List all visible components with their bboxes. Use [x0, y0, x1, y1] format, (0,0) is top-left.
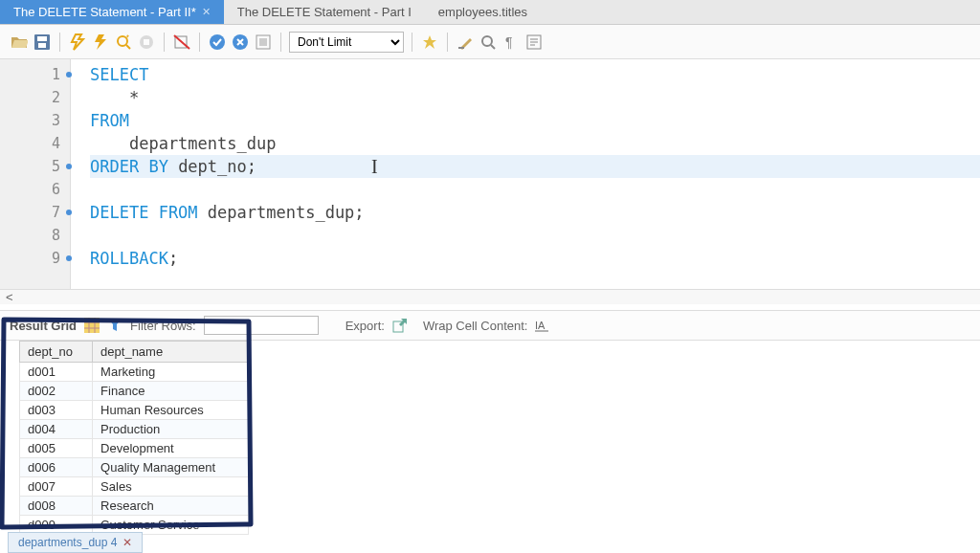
- column-header[interactable]: dept_name: [93, 342, 249, 363]
- save-icon[interactable]: [33, 33, 52, 52]
- table-row[interactable]: d001Marketing: [20, 363, 249, 382]
- result-tab[interactable]: departments_dup 4 ✕: [8, 532, 143, 553]
- execute-icon[interactable]: [68, 33, 87, 52]
- code-line[interactable]: ROLLBACK;: [90, 247, 980, 270]
- result-grid[interactable]: dept_nodept_name d001Marketingd002Financ…: [19, 341, 249, 535]
- code-line[interactable]: ORDER BY dept_no;I: [90, 155, 980, 178]
- table-cell[interactable]: Marketing: [93, 363, 249, 382]
- result-grid-container: dept_nodept_name d001Marketingd002Financ…: [0, 341, 268, 535]
- svg-point-12: [482, 36, 492, 46]
- invisible-chars-icon[interactable]: ¶: [501, 33, 521, 52]
- line-number: 9: [0, 247, 70, 270]
- table-cell[interactable]: Human Resources: [93, 401, 249, 420]
- autocommit-icon[interactable]: [254, 33, 273, 52]
- separator: [59, 33, 60, 52]
- tab-label: The DELETE Statement - Part I: [237, 5, 412, 19]
- rollback-icon[interactable]: [231, 33, 250, 52]
- code-area[interactable]: SELECT *FROM departments_dupORDER BY dep…: [71, 59, 980, 289]
- separator: [199, 33, 200, 52]
- filter-icon[interactable]: [107, 318, 122, 333]
- stop-icon[interactable]: [137, 33, 156, 52]
- code-line[interactable]: FROM: [90, 109, 980, 132]
- table-row[interactable]: d004Production: [20, 420, 249, 439]
- table-cell[interactable]: d005: [20, 439, 93, 458]
- table-cell[interactable]: d007: [20, 477, 93, 497]
- file-tabs: The DELETE Statement - Part II* ✕ The DE…: [0, 0, 980, 25]
- line-number: 5: [0, 155, 70, 178]
- horizontal-scrollbar[interactable]: <: [0, 289, 980, 304]
- tab-label: employees.titles: [438, 5, 527, 19]
- wrap-cell-label: Wrap Cell Content:: [423, 319, 528, 333]
- tab-label: The DELETE Statement - Part II*: [13, 5, 196, 19]
- line-number: 1: [0, 63, 70, 86]
- table-cell[interactable]: Production: [93, 420, 249, 439]
- table-row[interactable]: d008Research: [20, 497, 249, 516]
- tab-delete-part-2[interactable]: The DELETE Statement - Part II* ✕: [0, 0, 224, 24]
- table-row[interactable]: d005Development: [20, 439, 249, 458]
- tab-employees-titles[interactable]: employees.titles: [425, 0, 541, 24]
- filter-rows-input[interactable]: [204, 316, 319, 335]
- explain-icon[interactable]: [114, 33, 133, 52]
- table-cell[interactable]: d001: [20, 363, 93, 382]
- table-row[interactable]: d007Sales: [20, 477, 249, 497]
- separator: [412, 33, 412, 52]
- separator: [447, 33, 448, 52]
- filter-rows-label: Filter Rows:: [130, 319, 196, 333]
- no-limit-icon[interactable]: [172, 33, 191, 52]
- table-row[interactable]: d002Finance: [20, 382, 249, 401]
- line-number: 4: [0, 132, 70, 155]
- code-line[interactable]: [90, 178, 980, 201]
- limit-rows-select[interactable]: Don't Limit: [289, 32, 404, 53]
- result-grid-label: Result Grid: [10, 319, 77, 333]
- export-icon[interactable]: [392, 318, 408, 333]
- code-line[interactable]: departments_dup: [90, 132, 980, 155]
- text-cursor-icon: I: [371, 156, 378, 178]
- result-tab-label: departments_dup 4: [18, 536, 117, 549]
- sql-editor[interactable]: 123456789 SELECT *FROM departments_dupOR…: [0, 59, 980, 289]
- commit-icon[interactable]: [208, 33, 227, 52]
- separator: [280, 33, 281, 52]
- table-cell[interactable]: d006: [20, 458, 93, 477]
- svg-text:IA: IA: [535, 320, 546, 331]
- table-header-row: dept_nodept_name: [20, 342, 249, 363]
- grid-icon[interactable]: [84, 318, 100, 333]
- code-line[interactable]: *: [90, 86, 980, 109]
- open-icon[interactable]: [10, 33, 29, 52]
- table-cell[interactable]: Research: [93, 497, 249, 516]
- table-cell[interactable]: d004: [20, 420, 93, 439]
- close-icon[interactable]: ✕: [122, 536, 132, 549]
- code-line[interactable]: DELETE FROM departments_dup;: [90, 201, 980, 224]
- table-cell[interactable]: Finance: [93, 382, 249, 401]
- table-cell[interactable]: Sales: [93, 477, 249, 497]
- execute-current-icon[interactable]: [91, 33, 110, 52]
- table-row[interactable]: d003Human Resources: [20, 401, 249, 420]
- table-cell[interactable]: Development: [93, 439, 249, 458]
- line-number: 8: [0, 224, 70, 247]
- table-cell[interactable]: Quality Management: [93, 458, 249, 477]
- close-icon[interactable]: ✕: [202, 6, 211, 18]
- table-cell[interactable]: d003: [20, 401, 93, 420]
- separator: [164, 33, 165, 52]
- svg-point-7: [210, 34, 225, 50]
- line-number: 7: [0, 201, 70, 224]
- table-row[interactable]: d006Quality Management: [20, 458, 249, 477]
- svg-rect-2: [38, 43, 46, 48]
- wrap-icon[interactable]: [524, 33, 544, 52]
- svg-point-3: [118, 36, 127, 46]
- wrap-cell-icon[interactable]: IA: [535, 318, 550, 333]
- code-line[interactable]: SELECT: [90, 63, 980, 86]
- svg-rect-15: [84, 318, 100, 333]
- line-gutter: 123456789: [0, 59, 71, 289]
- svg-rect-5: [144, 39, 149, 45]
- table-cell[interactable]: d002: [20, 382, 93, 401]
- svg-text:¶: ¶: [505, 34, 513, 50]
- table-cell[interactable]: d008: [20, 497, 93, 516]
- column-header[interactable]: dept_no: [20, 342, 93, 363]
- sql-toolbar: Don't Limit ¶: [0, 25, 980, 59]
- line-number: 3: [0, 109, 70, 132]
- find-icon[interactable]: [479, 33, 498, 52]
- favorite-icon[interactable]: [420, 33, 439, 52]
- tab-delete-part-1[interactable]: The DELETE Statement - Part I: [224, 0, 425, 24]
- code-line[interactable]: [90, 224, 980, 247]
- beautify-icon[interactable]: [456, 33, 475, 52]
